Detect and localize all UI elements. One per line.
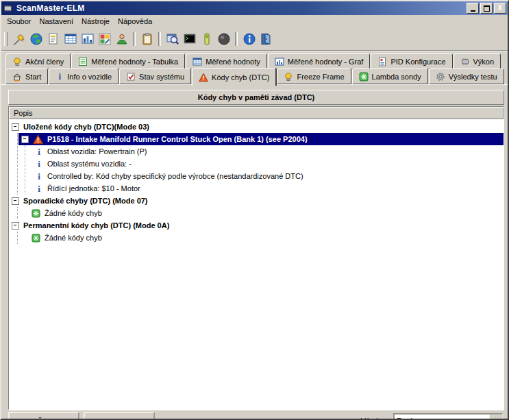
collapse-icon[interactable] xyxy=(12,222,19,230)
globe-icon[interactable] xyxy=(27,31,45,47)
dtc-code-label: P1518 - Intake Manifold Runner Control S… xyxy=(47,135,308,143)
footer-bar: Číst Vymazat Výrobce Ford xyxy=(8,412,504,420)
tab-label: Freeze Frame xyxy=(297,73,344,81)
gear-icon xyxy=(436,72,445,82)
tab-info-o-vozidle[interactable]: Info o vozidle xyxy=(49,69,119,84)
user-icon[interactable] xyxy=(113,31,130,47)
info-icon xyxy=(35,172,43,181)
menu-bar: Soubor Nastavení Nástroje Nápověda xyxy=(1,15,508,27)
combo-dropdown-button[interactable] xyxy=(489,415,501,420)
toolbar xyxy=(1,27,508,51)
bar-chart-icon xyxy=(275,57,284,66)
maximize-button[interactable] xyxy=(480,3,493,14)
tab-label: Start xyxy=(25,73,41,81)
panel-caption: Kódy chyb v paměti závad (DTC) xyxy=(8,90,504,105)
selected-dtc-row[interactable]: P1518 - Intake Manifold Runner Control S… xyxy=(18,133,504,145)
tab-label: Měřené hodnoty - Tabulka xyxy=(91,58,178,66)
tab-kody-chyb-dtc[interactable]: Kódy chyb (DTC) xyxy=(192,68,276,86)
read-button-label: Číst xyxy=(37,417,51,420)
toolbar-separator xyxy=(235,32,238,46)
tree-row-no-codes[interactable]: Žádné kódy chyb xyxy=(18,207,504,219)
trackball-icon[interactable] xyxy=(215,31,232,47)
toolbar-drag-handle[interactable] xyxy=(4,32,8,46)
tree-row-detail[interactable]: Oblast systému vozidla: - xyxy=(25,158,504,170)
exit-icon[interactable] xyxy=(258,31,275,47)
menu-soubor[interactable]: Soubor xyxy=(3,16,35,26)
ok-icon xyxy=(32,234,40,243)
freeze-frame-icon xyxy=(284,72,293,82)
lambda-icon xyxy=(359,72,369,82)
report-icon[interactable] xyxy=(45,31,62,47)
tab-freeze-frame[interactable]: Freeze Frame xyxy=(277,69,351,84)
tree-row-no-codes[interactable]: Žádné kódy chyb xyxy=(18,232,504,244)
data-table-icon[interactable] xyxy=(62,31,79,47)
tree-group-label: Sporadické chyby (DTC) (Mode 07) xyxy=(23,197,148,205)
tree-row-dtc-p1518[interactable]: P1518 - Intake Manifold Runner Control S… xyxy=(18,133,504,145)
tree-row-detail[interactable]: Controlled by: Kód chyby specifický podl… xyxy=(25,170,504,182)
info-icon xyxy=(35,147,43,156)
tab-merene-hodnoty-graf[interactable]: Měřené hodnoty - Graf xyxy=(268,53,371,69)
window-title: ScanMaster-ELM xyxy=(16,3,85,13)
clear-button-label: Vymazat xyxy=(105,417,134,420)
minimize-button[interactable] xyxy=(467,3,479,14)
ok-icon xyxy=(32,209,40,218)
tab-akcni-cleny[interactable]: Akční členy xyxy=(5,53,71,69)
title-bar: ScanMaster-ELM X xyxy=(1,1,508,15)
tab-label: Výkon xyxy=(473,58,495,66)
tab-page-dtc: Kódy chyb v paměti závad (DTC) Popis Ulo… xyxy=(1,84,508,420)
data-chart-icon[interactable] xyxy=(79,31,96,47)
tab-label: Měřené hodnoty - Graf xyxy=(288,58,364,66)
tab-start[interactable]: Start xyxy=(5,69,48,84)
tab-merene-hodnoty[interactable]: Měřené hodnoty xyxy=(186,53,267,69)
list-icon xyxy=(78,57,88,66)
collapse-icon[interactable] xyxy=(12,197,19,205)
tab-label: Výsledky testu xyxy=(449,73,497,81)
collapse-icon[interactable] xyxy=(12,123,19,131)
menu-nastaveni[interactable]: Nastavení xyxy=(35,16,77,26)
collapse-icon[interactable] xyxy=(21,136,29,143)
info-icon xyxy=(55,72,64,81)
tab-pid-konfigurace[interactable]: PID Konfigurace xyxy=(371,53,452,69)
preview-icon[interactable] xyxy=(164,31,181,47)
menu-nastroje[interactable]: Nástroje xyxy=(77,16,114,26)
tree-group-stored-codes[interactable]: Uložené kódy chyb (DTC)(Mode 03) xyxy=(9,121,504,133)
minimize-icon xyxy=(471,10,475,12)
adapter-icon[interactable] xyxy=(198,31,215,47)
info-icon[interactable] xyxy=(240,31,258,47)
tab-strip: Akční členy Měřené hodnoty - Tabulka Měř… xyxy=(1,51,508,84)
tab-stav-systemu[interactable]: Stav systému xyxy=(119,69,191,84)
menu-napoveda[interactable]: Nápověda xyxy=(114,16,156,26)
table-icon xyxy=(193,57,202,66)
maximize-icon xyxy=(484,5,490,12)
read-button[interactable]: Číst xyxy=(8,412,79,420)
tab-label: Info o vozidle xyxy=(67,73,112,81)
tree-row-detail[interactable]: Řídící jednotka: $10 - Motor xyxy=(25,182,504,195)
tree-group-label: Permanentní kódy chyb (DTC) (Mode 0A) xyxy=(23,221,169,230)
tree-row-detail[interactable]: Oblast vozidla: Powertrain (P) xyxy=(25,145,504,158)
tree-group-permanent-codes[interactable]: Permanentní kódy chyb (DTC) (Mode 0A) xyxy=(9,219,504,232)
dashboard-icon[interactable] xyxy=(96,31,113,47)
connect-icon[interactable] xyxy=(10,31,27,47)
tab-lambda-sondy[interactable]: Lambda sondy xyxy=(352,69,428,84)
tab-vysledky-testu[interactable]: Výsledky testu xyxy=(429,69,504,84)
detail-label: Oblast systému vozidla: - xyxy=(47,160,132,168)
detail-label: Oblast vozidla: Powertrain (P) xyxy=(47,147,147,156)
actuator-icon xyxy=(12,57,22,66)
tab-label: PID Konfigurace xyxy=(390,58,445,66)
clear-button[interactable]: Vymazat xyxy=(84,412,155,420)
warning-icon xyxy=(199,73,208,82)
no-codes-label: Žádné kódy chyb xyxy=(45,234,102,242)
clipboard-icon[interactable] xyxy=(138,31,156,47)
home-icon xyxy=(12,72,22,82)
tree-group-pending-codes[interactable]: Sporadické chyby (DTC) (Mode 07) xyxy=(9,195,504,207)
tab-label: Akční členy xyxy=(25,58,64,66)
manufacturer-select[interactable]: Ford xyxy=(393,413,503,420)
close-button[interactable]: X xyxy=(494,3,506,14)
no-codes-label: Žádné kódy chyb xyxy=(45,209,102,217)
terminal-icon[interactable] xyxy=(181,31,198,47)
tab-merene-hodnoty-tabulka[interactable]: Měřené hodnoty - Tabulka xyxy=(71,53,185,69)
column-header-popis[interactable]: Popis xyxy=(9,107,504,119)
toolbar-separator xyxy=(158,32,161,46)
tab-label: Měřené hodnoty xyxy=(206,58,260,66)
tab-vykon[interactable]: Výkon xyxy=(454,53,501,69)
